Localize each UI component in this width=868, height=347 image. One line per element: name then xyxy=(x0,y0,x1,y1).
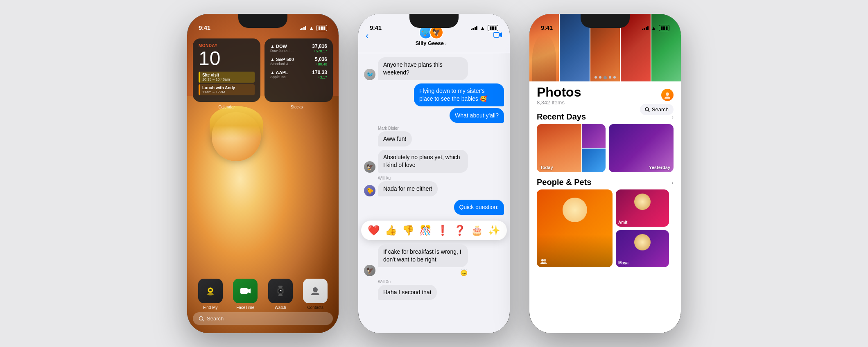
svg-line-17 xyxy=(648,110,649,112)
tapback-party[interactable]: 🎊 xyxy=(419,225,432,236)
calendar-widget[interactable]: MONDAY 10 Site visit 10:15 – 10:45am Lun… xyxy=(193,38,260,102)
dot-5 xyxy=(613,76,616,79)
dot-1 xyxy=(594,76,597,79)
msg-bubble-3: What about y'all? xyxy=(450,108,504,123)
app-watch[interactable]: Watch xyxy=(268,279,293,310)
status-icons-p3: ▲ ▮▮▮ xyxy=(642,25,669,31)
msg-row-9: Quick question: xyxy=(364,200,504,215)
svg-point-1 xyxy=(209,289,212,291)
photos-title: Photos xyxy=(537,86,581,99)
people-pets-header: People & Pets › xyxy=(529,174,681,189)
photos-search-label: Search xyxy=(652,106,669,113)
svg-rect-3 xyxy=(240,288,248,294)
dot-4 xyxy=(609,76,611,79)
svg-point-11 xyxy=(313,287,318,292)
msg-bubble-5: Aww fun! xyxy=(378,131,412,146)
signal-icon-p1 xyxy=(300,26,307,30)
tapback-row[interactable]: ❤️ 👍 👎 🎊 ❗ ❓ 🎂 ✨ xyxy=(361,221,507,240)
photos-user-avatar[interactable] xyxy=(661,89,674,101)
svg-point-18 xyxy=(666,92,669,96)
msg-avatar-1: 🐦 xyxy=(364,69,375,80)
msg-compose-icon[interactable]: 🙂‍↕️ xyxy=(460,268,468,276)
findmy-icon xyxy=(198,279,223,303)
photos-search-button[interactable]: Search xyxy=(640,104,674,115)
cal-event-1-title: Site visit xyxy=(202,73,252,77)
app-findmy[interactable]: Find My xyxy=(198,279,223,310)
stock-item-sp500: ▲ S&P 500 Standard &... 5,036 +80.48 xyxy=(270,56,327,66)
svg-rect-6 xyxy=(278,294,283,296)
status-time-p1: 9:41 xyxy=(199,24,210,31)
tapback-container: ❤️ 👍 👎 🎊 ❗ ❓ 🎂 ✨ xyxy=(364,218,504,243)
group-info-arrow: › xyxy=(445,41,447,46)
phone-photos: 9:41 ▲ ▮▮▮ xyxy=(529,14,681,333)
search-bar[interactable]: Search xyxy=(193,312,333,325)
msg-bubble-1: Anyone have plans this weekend? xyxy=(378,57,468,80)
wifi-icon-p1: ▲ xyxy=(309,25,314,31)
stocks-widget[interactable]: ▲ DOW Dow Jones I... 37,816 +570.17 ▲ S&… xyxy=(264,38,333,102)
battery-icon-p1: ▮▮▮ xyxy=(316,25,327,31)
photos-count: 8,342 Items xyxy=(537,99,581,106)
search-bar-label: Search xyxy=(207,315,224,322)
app-facetime[interactable]: FaceTime xyxy=(233,279,258,310)
app-contacts[interactable]: Contacts xyxy=(303,279,328,310)
tapback-thumbsdown[interactable]: 👎 xyxy=(402,225,414,236)
stock-change-sp500: +80.48 xyxy=(315,62,327,66)
sender-name-willxu2: Will Xu xyxy=(378,279,504,284)
battery-icon-p2: ▮▮▮ xyxy=(488,25,498,31)
stock-name-aapl: ▲ AAPL xyxy=(270,70,289,75)
stock-sub-aapl: Apple Inc... xyxy=(270,75,289,79)
tapback-exclaim[interactable]: ❗ xyxy=(436,225,449,236)
dock-area: Find My FaceTime xyxy=(193,279,333,325)
yesterday-card[interactable]: Yesterday xyxy=(609,124,674,172)
dots-indicator xyxy=(529,76,681,79)
phones-container: 9:41 ▲ ▮▮▮ xyxy=(187,14,681,333)
svg-rect-5 xyxy=(278,286,283,288)
today-card[interactable]: Today xyxy=(537,124,606,172)
battery-icon-p3: ▮▮▮ xyxy=(659,25,669,31)
status-bar-phone1: 9:41 ▲ ▮▮▮ xyxy=(187,14,339,34)
status-bar-phone3: 9:41 ▲ ▮▮▮ xyxy=(529,14,681,34)
people-pets-arrow[interactable]: › xyxy=(671,179,674,186)
status-bar-phone2: 9:41 ▲ ▮▮▮ xyxy=(358,14,510,34)
person-card-maya[interactable]: Maya xyxy=(616,230,669,267)
msg-bubble-9: Quick question: xyxy=(454,200,504,215)
svg-marker-4 xyxy=(248,288,251,293)
msg-bubble-10: If cake for breakfast is wrong, I don't … xyxy=(378,244,468,267)
msg-avatar-mark: 🦅 xyxy=(364,161,375,173)
msg-row-10: 🦅 If cake for breakfast is wrong, I don'… xyxy=(364,244,504,276)
stock-name-sp500: ▲ S&P 500 xyxy=(270,57,294,62)
stock-change-dow: +570.17 xyxy=(312,49,327,53)
photos-search-icon xyxy=(645,107,650,112)
status-icons-p2: ▲ ▮▮▮ xyxy=(471,25,498,31)
group-name: Silly Geese xyxy=(416,40,444,46)
svg-point-12 xyxy=(199,316,203,320)
tapback-heart[interactable]: ❤️ xyxy=(368,225,380,236)
msg-row-2: Flying down to my sister's place to see … xyxy=(364,83,504,106)
recent-days-arrow[interactable]: › xyxy=(671,114,674,120)
sender-name-willxu: Will Xu xyxy=(378,176,504,180)
msg-avatar-mark2: 🦅 xyxy=(364,265,375,276)
featured-img-3 xyxy=(590,14,620,81)
people-right-col: Amit Maya xyxy=(616,189,669,267)
person-card-amit[interactable]: Amit xyxy=(616,189,669,227)
tapback-thumbsup[interactable]: 👍 xyxy=(385,225,397,236)
dot-2 xyxy=(599,76,601,79)
phone-messages: 9:41 ▲ ▮▮▮ ‹ xyxy=(358,14,510,333)
tapback-question[interactable]: ❓ xyxy=(454,225,466,236)
stock-price-sp500: 5,036 xyxy=(315,56,327,62)
cal-event-1: Site visit 10:15 – 10:45am xyxy=(199,72,255,83)
recent-days-section: Recent Days › xyxy=(529,109,681,172)
status-icons-p1: ▲ ▮▮▮ xyxy=(300,25,327,31)
tapback-cake[interactable]: 🎂 xyxy=(471,225,483,236)
tapback-sparkle[interactable]: ✨ xyxy=(488,225,500,236)
svg-point-20 xyxy=(544,259,546,261)
facetime-icon xyxy=(233,279,258,303)
cal-event-2: Lunch with Andy 11am – 12PM xyxy=(199,84,255,95)
msg-row-6: 🦅 Absolutely no plans yet, which I kind … xyxy=(364,150,504,173)
person-card-large[interactable] xyxy=(537,189,613,267)
contacts-icon xyxy=(303,279,328,303)
messages-list: 🐦 Anyone have plans this weekend? Flying… xyxy=(358,53,510,333)
svg-point-2 xyxy=(207,293,214,295)
msg-row-5: Aww fun! xyxy=(364,131,504,146)
calendar-label: Calendar xyxy=(193,105,260,109)
